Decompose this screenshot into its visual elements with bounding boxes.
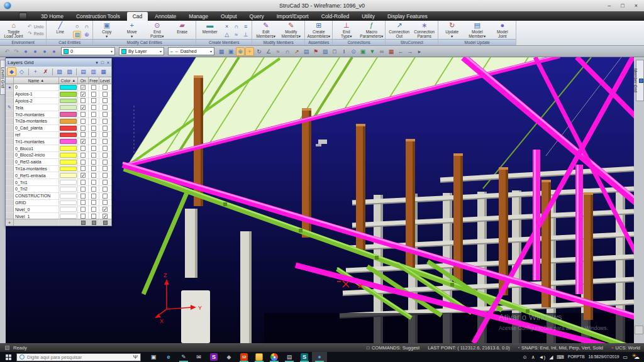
layer-row-gutter[interactable] (6, 145, 14, 151)
leader-icon[interactable]: ↗ (292, 47, 301, 56)
end-type-button[interactable]: ⊥End Type▾ (334, 21, 358, 39)
layer-down-icon[interactable]: ▨ (65, 67, 74, 76)
ribbon-tab-manage[interactable]: Manage (183, 12, 214, 21)
layer-color-cell[interactable] (59, 138, 78, 145)
layer-on-checkbox[interactable] (78, 132, 89, 138)
connection-params-button[interactable]: ∗Connection Params (412, 21, 436, 39)
layer-free-checkbox[interactable] (89, 186, 99, 192)
dock-handle[interactable] (635, 326, 643, 334)
grid-toggle-icon[interactable]: ▦ (217, 47, 226, 56)
layer-row-gutter[interactable] (6, 179, 14, 185)
layer-row-gutter[interactable]: ✎ (6, 104, 14, 111)
layers-icon[interactable]: ▧ (321, 47, 330, 56)
layer-free-checkbox[interactable] (89, 159, 99, 165)
line-button[interactable]: ╱Line (48, 21, 72, 39)
layer-level-checkbox[interactable] (99, 186, 111, 192)
member-button[interactable]: ▬Member (197, 21, 222, 39)
maximize-button[interactable]: □ (621, 3, 624, 9)
layer-color-cell[interactable] (59, 186, 78, 192)
layer-on-checkbox[interactable]: ✓ (78, 104, 89, 111)
app-notes[interactable]: ▤ (282, 352, 297, 362)
layer-level-checkbox[interactable] (99, 152, 111, 158)
layer-color-cell[interactable] (59, 152, 78, 158)
layer-dropdown[interactable]: 0 ▾ (61, 47, 115, 55)
layer-on-checkbox[interactable] (78, 193, 89, 199)
modify-members-button[interactable]: ✎Modify Members▾ (279, 21, 303, 39)
flag-icon[interactable]: ⚑ (311, 47, 320, 56)
app-sway[interactable]: S (206, 352, 221, 362)
layer-free-checkbox[interactable] (89, 132, 99, 138)
layer-row-0[interactable]: ●0✓ (6, 84, 111, 91)
layer-free-checkbox[interactable] (89, 104, 99, 111)
undo-icon[interactable]: ↶ (3, 47, 11, 56)
layer-row-nivel-0[interactable]: Nivel_0✓ (6, 206, 111, 213)
ribbon-tab-output[interactable]: Output (215, 12, 243, 21)
layer-row-ref[interactable]: ref (6, 132, 111, 139)
update-button[interactable]: ↻Update ▾ (440, 21, 464, 39)
microphone-icon[interactable]: Ψ (133, 354, 138, 360)
layer-all-on-icon[interactable]: ▤ (79, 67, 88, 76)
layer-color-cell[interactable] (59, 91, 78, 97)
layer-row-0-cad-planta[interactable]: 0_Cad_planta (6, 125, 111, 132)
layer-delete-icon[interactable]: ✗ (41, 67, 50, 76)
text-tool-icon[interactable]: I (340, 47, 348, 56)
free-column-header[interactable]: Free (89, 77, 99, 84)
model-joint-button[interactable]: ●Model Joint (490, 21, 514, 39)
snap-toggle-icon[interactable]: ▣ (226, 47, 235, 56)
toggle-load-joint-button[interactable]: ⌂Toggle Load Joint (1, 21, 26, 39)
layer-free-checkbox[interactable] (89, 111, 99, 118)
ribbon-tab-cad[interactable]: Cad (127, 12, 148, 21)
grid-member-icon[interactable]: ≡ (242, 23, 250, 30)
target-icon[interactable]: ⊙ (349, 47, 358, 56)
add-row-level-button[interactable] (99, 219, 111, 226)
view-sphere-3-icon[interactable]: ● (40, 47, 49, 56)
linetype-dropdown[interactable]: – – Dashed ▾ (168, 47, 214, 55)
layer-free-checkbox[interactable] (89, 138, 99, 145)
layer-level-checkbox[interactable] (99, 179, 111, 185)
move-button[interactable]: +Move ▾ (119, 21, 144, 39)
layer-level-checkbox[interactable] (99, 172, 111, 178)
layer-free-checkbox[interactable] (89, 91, 99, 97)
color-dropdown[interactable]: By Layer ▾ (119, 47, 164, 55)
orbit-icon[interactable]: ⊕ (236, 47, 245, 56)
volume-icon[interactable]: ◄) (539, 354, 546, 360)
layer-level-checkbox[interactable]: ✓ (99, 206, 111, 212)
layer-row-gutter[interactable] (6, 138, 14, 145)
add-layer-button[interactable]: + (6, 219, 14, 226)
layer-color-cell[interactable] (59, 179, 78, 185)
layer-row-gutter[interactable] (6, 193, 14, 199)
layer-row-gutter[interactable] (6, 111, 14, 118)
layer-row-gutter[interactable] (6, 98, 14, 104)
layer-states-icon[interactable]: ◇ (17, 67, 26, 76)
layer-free-checkbox[interactable] (89, 125, 99, 131)
ribbon-tab-3d-home[interactable]: 3D Home (35, 12, 69, 21)
app-internet-explorer[interactable]: e (161, 352, 176, 362)
layer-row-0-tri1[interactable]: 0_Tri1 (6, 179, 111, 186)
layer-on-checkbox[interactable] (78, 206, 89, 212)
layer-current-icon[interactable]: ◆ (7, 67, 16, 76)
hatch-entity-icon[interactable]: ▨ (73, 31, 81, 38)
layer-free-checkbox[interactable] (89, 166, 99, 172)
layer-color-cell[interactable] (59, 118, 78, 124)
keyboard-icon[interactable]: ⌨ (557, 354, 564, 360)
layer-row-gutter[interactable] (6, 213, 14, 219)
layer-free-checkbox[interactable] (89, 118, 99, 124)
panel-pin-button[interactable]: □ (101, 60, 104, 65)
sheet-icon[interactable]: ▤ (302, 47, 311, 56)
file-explorer[interactable] (252, 352, 267, 362)
layer-level-checkbox[interactable] (99, 138, 111, 145)
layer-on-checkbox[interactable] (78, 186, 89, 192)
layer-row-0-ref1-entrada[interactable]: 0_Ref1-entrada✓ (6, 172, 111, 179)
search-input[interactable] (27, 354, 130, 360)
layer-free-checkbox[interactable] (89, 213, 99, 219)
layer-on-checkbox[interactable] (78, 159, 89, 165)
layer-on-checkbox[interactable]: ✓ (78, 84, 89, 90)
taskbar-clock[interactable]: 16:5829/07/2019 (589, 354, 619, 359)
frame-icon[interactable]: □ (330, 47, 339, 56)
layer-row-tri1a-montantes[interactable]: Tri1a-montantes (6, 166, 111, 173)
layer-color-cell[interactable] (59, 166, 78, 172)
layer-row-gutter[interactable] (6, 159, 14, 165)
layer-color-cell[interactable] (59, 98, 78, 104)
layer-row-tri1-montantes[interactable]: Tri1-montantes✓ (6, 138, 111, 145)
layer-on-checkbox[interactable] (78, 179, 89, 185)
